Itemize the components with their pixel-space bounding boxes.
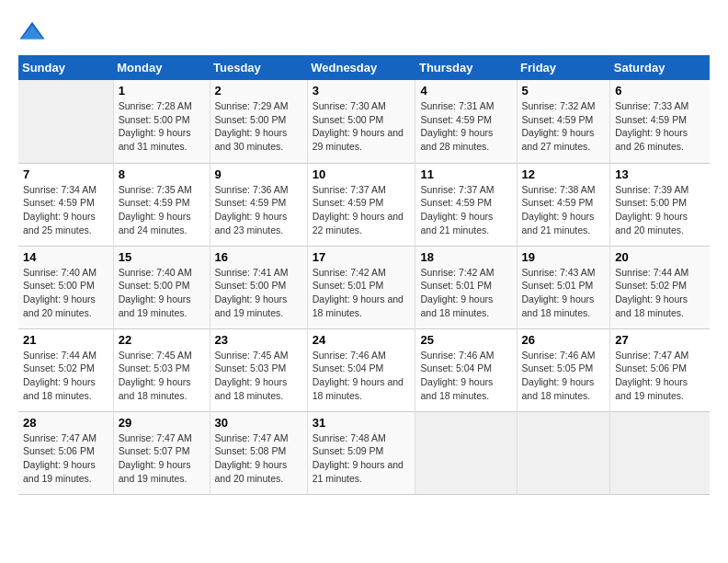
day-info: Sunrise: 7:48 AMSunset: 5:09 PMDaylight:… <box>313 431 411 486</box>
calendar-cell: 12Sunrise: 7:38 AMSunset: 4:59 PMDayligh… <box>517 163 610 246</box>
calendar-week-row: 1Sunrise: 7:28 AMSunset: 5:00 PMDaylight… <box>18 80 710 163</box>
day-number: 13 <box>615 167 705 181</box>
day-number: 7 <box>23 167 108 181</box>
day-info: Sunrise: 7:29 AMSunset: 5:00 PMDaylight:… <box>215 99 302 154</box>
day-info: Sunrise: 7:42 AMSunset: 5:01 PMDaylight:… <box>313 266 411 320</box>
svg-marker-1 <box>21 26 43 40</box>
calendar-cell <box>517 411 610 494</box>
day-info: Sunrise: 7:44 AMSunset: 5:02 PMDaylight:… <box>615 266 705 320</box>
day-info: Sunrise: 7:40 AMSunset: 5:00 PMDaylight:… <box>119 266 205 320</box>
calendar-week-row: 7Sunrise: 7:34 AMSunset: 4:59 PMDaylight… <box>18 163 710 246</box>
day-info: Sunrise: 7:46 AMSunset: 5:05 PMDaylight:… <box>522 349 606 403</box>
calendar-cell: 20Sunrise: 7:44 AMSunset: 5:02 PMDayligh… <box>610 246 710 328</box>
calendar-cell: 23Sunrise: 7:45 AMSunset: 5:03 PMDayligh… <box>210 328 307 411</box>
weekday-header-cell: Thursday <box>415 55 517 80</box>
day-info: Sunrise: 7:47 AMSunset: 5:08 PMDaylight:… <box>215 431 302 486</box>
day-info: Sunrise: 7:39 AMSunset: 5:00 PMDaylight:… <box>615 183 705 237</box>
day-info: Sunrise: 7:47 AMSunset: 5:06 PMDaylight:… <box>615 349 705 403</box>
calendar-cell: 31Sunrise: 7:48 AMSunset: 5:09 PMDayligh… <box>307 411 415 494</box>
calendar-cell: 5Sunrise: 7:32 AMSunset: 4:59 PMDaylight… <box>517 80 610 163</box>
calendar-cell: 25Sunrise: 7:46 AMSunset: 5:04 PMDayligh… <box>415 328 517 411</box>
calendar-cell: 22Sunrise: 7:45 AMSunset: 5:03 PMDayligh… <box>113 328 210 411</box>
day-number: 14 <box>23 250 108 264</box>
day-number: 22 <box>119 333 205 347</box>
day-number: 30 <box>215 416 302 430</box>
day-number: 6 <box>615 84 705 98</box>
day-number: 23 <box>215 333 302 347</box>
calendar-cell: 19Sunrise: 7:43 AMSunset: 5:01 PMDayligh… <box>517 246 610 328</box>
day-info: Sunrise: 7:46 AMSunset: 5:04 PMDaylight:… <box>420 349 511 403</box>
day-info: Sunrise: 7:41 AMSunset: 5:00 PMDaylight:… <box>215 266 302 320</box>
day-number: 20 <box>615 250 705 264</box>
calendar-week-row: 14Sunrise: 7:40 AMSunset: 5:00 PMDayligh… <box>18 246 710 328</box>
weekday-header-row: SundayMondayTuesdayWednesdayThursdayFrid… <box>18 55 710 80</box>
day-number: 8 <box>119 167 205 181</box>
day-number: 1 <box>119 84 205 98</box>
weekday-header-cell: Monday <box>113 55 210 80</box>
weekday-header-cell: Saturday <box>610 55 710 80</box>
day-info: Sunrise: 7:37 AMSunset: 4:59 PMDaylight:… <box>420 183 511 237</box>
day-number: 15 <box>119 250 205 264</box>
weekday-header-cell: Tuesday <box>210 55 307 80</box>
calendar-cell: 7Sunrise: 7:34 AMSunset: 4:59 PMDaylight… <box>18 163 113 246</box>
day-info: Sunrise: 7:43 AMSunset: 5:01 PMDaylight:… <box>522 266 606 320</box>
calendar-cell: 27Sunrise: 7:47 AMSunset: 5:06 PMDayligh… <box>610 328 710 411</box>
calendar-cell: 21Sunrise: 7:44 AMSunset: 5:02 PMDayligh… <box>18 328 113 411</box>
calendar-cell: 24Sunrise: 7:46 AMSunset: 5:04 PMDayligh… <box>307 328 415 411</box>
day-info: Sunrise: 7:33 AMSunset: 4:59 PMDaylight:… <box>615 99 705 154</box>
calendar-cell: 29Sunrise: 7:47 AMSunset: 5:07 PMDayligh… <box>113 411 210 494</box>
day-info: Sunrise: 7:46 AMSunset: 5:04 PMDaylight:… <box>313 349 411 403</box>
day-number: 18 <box>420 250 511 264</box>
day-number: 26 <box>522 333 606 347</box>
day-info: Sunrise: 7:36 AMSunset: 4:59 PMDaylight:… <box>215 183 302 237</box>
calendar-body: 1Sunrise: 7:28 AMSunset: 5:00 PMDaylight… <box>18 80 710 494</box>
day-number: 31 <box>313 416 411 430</box>
day-info: Sunrise: 7:38 AMSunset: 4:59 PMDaylight:… <box>522 183 606 237</box>
calendar-cell: 30Sunrise: 7:47 AMSunset: 5:08 PMDayligh… <box>210 411 307 494</box>
day-number: 4 <box>420 84 511 98</box>
day-number: 5 <box>522 84 606 98</box>
calendar-cell: 16Sunrise: 7:41 AMSunset: 5:00 PMDayligh… <box>210 246 307 328</box>
weekday-header-cell: Sunday <box>18 55 113 80</box>
day-number: 28 <box>23 416 108 430</box>
day-number: 24 <box>313 333 411 347</box>
calendar-cell: 1Sunrise: 7:28 AMSunset: 5:00 PMDaylight… <box>113 80 210 163</box>
calendar-week-row: 21Sunrise: 7:44 AMSunset: 5:02 PMDayligh… <box>18 328 710 411</box>
day-number: 3 <box>313 84 411 98</box>
day-info: Sunrise: 7:45 AMSunset: 5:03 PMDaylight:… <box>215 349 302 403</box>
calendar-cell: 18Sunrise: 7:42 AMSunset: 5:01 PMDayligh… <box>415 246 517 328</box>
day-number: 10 <box>313 167 411 181</box>
calendar-cell: 6Sunrise: 7:33 AMSunset: 4:59 PMDaylight… <box>610 80 710 163</box>
calendar-cell: 2Sunrise: 7:29 AMSunset: 5:00 PMDaylight… <box>210 80 307 163</box>
calendar-cell: 17Sunrise: 7:42 AMSunset: 5:01 PMDayligh… <box>307 246 415 328</box>
calendar-cell: 3Sunrise: 7:30 AMSunset: 5:00 PMDaylight… <box>307 80 415 163</box>
day-number: 21 <box>23 333 108 347</box>
day-number: 25 <box>420 333 511 347</box>
day-info: Sunrise: 7:47 AMSunset: 5:06 PMDaylight:… <box>23 431 108 486</box>
weekday-header-cell: Friday <box>517 55 610 80</box>
calendar-cell: 14Sunrise: 7:40 AMSunset: 5:00 PMDayligh… <box>18 246 113 328</box>
day-info: Sunrise: 7:28 AMSunset: 5:00 PMDaylight:… <box>119 99 205 154</box>
calendar-cell: 28Sunrise: 7:47 AMSunset: 5:06 PMDayligh… <box>18 411 113 494</box>
weekday-header-cell: Wednesday <box>307 55 415 80</box>
day-info: Sunrise: 7:37 AMSunset: 4:59 PMDaylight:… <box>313 183 411 237</box>
day-number: 16 <box>215 250 302 264</box>
calendar-cell: 10Sunrise: 7:37 AMSunset: 4:59 PMDayligh… <box>307 163 415 246</box>
logo <box>18 18 50 46</box>
day-number: 29 <box>119 416 205 430</box>
day-info: Sunrise: 7:34 AMSunset: 4:59 PMDaylight:… <box>23 183 108 237</box>
calendar-week-row: 28Sunrise: 7:47 AMSunset: 5:06 PMDayligh… <box>18 411 710 494</box>
day-info: Sunrise: 7:42 AMSunset: 5:01 PMDaylight:… <box>420 266 511 320</box>
calendar-cell <box>610 411 710 494</box>
day-info: Sunrise: 7:35 AMSunset: 4:59 PMDaylight:… <box>119 183 205 237</box>
day-number: 11 <box>420 167 511 181</box>
calendar-cell: 4Sunrise: 7:31 AMSunset: 4:59 PMDaylight… <box>415 80 517 163</box>
day-info: Sunrise: 7:31 AMSunset: 4:59 PMDaylight:… <box>420 99 511 154</box>
day-number: 9 <box>215 167 302 181</box>
calendar-cell: 13Sunrise: 7:39 AMSunset: 5:00 PMDayligh… <box>610 163 710 246</box>
day-number: 19 <box>522 250 606 264</box>
calendar-cell: 8Sunrise: 7:35 AMSunset: 4:59 PMDaylight… <box>113 163 210 246</box>
page-header <box>18 18 710 46</box>
calendar-cell <box>18 80 113 163</box>
calendar-cell <box>415 411 517 494</box>
